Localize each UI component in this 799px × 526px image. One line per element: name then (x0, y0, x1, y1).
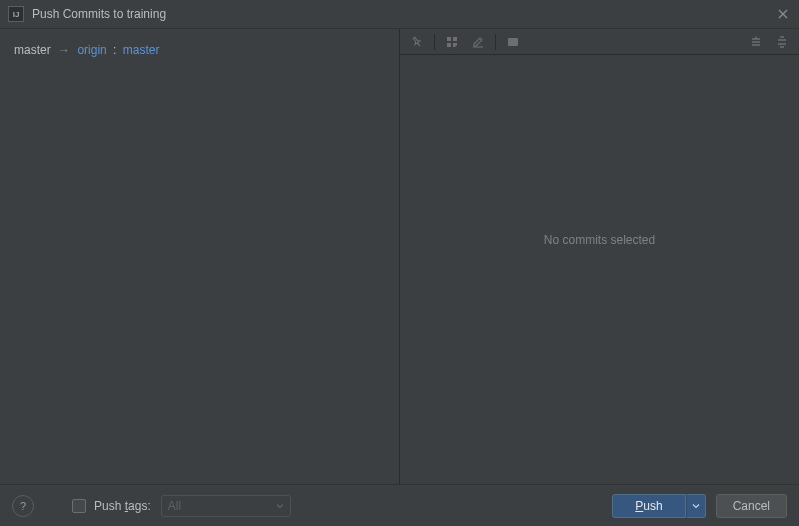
branch-mapping-row[interactable]: master → origin : master (14, 43, 385, 57)
chevron-down-icon (276, 499, 284, 513)
titlebar: IJ Push Commits to training (0, 0, 799, 29)
content-area: master → origin : master (0, 29, 799, 484)
arrow-icon: → (58, 43, 70, 57)
svg-rect-2 (447, 43, 451, 47)
push-button-group: Push (612, 494, 705, 518)
local-branch: master (14, 43, 51, 57)
remote-name[interactable]: origin (77, 43, 106, 57)
svg-rect-1 (453, 37, 457, 41)
app-icon: IJ (8, 6, 24, 22)
edit-icon[interactable] (467, 32, 489, 52)
tag-scope-combo[interactable]: All (161, 495, 291, 517)
commit-tree-panel: master → origin : master (0, 29, 399, 484)
separator (495, 34, 496, 50)
expand-all-icon[interactable] (745, 32, 767, 52)
close-icon[interactable] (775, 6, 791, 22)
separator (434, 34, 435, 50)
help-button[interactable]: ? (12, 495, 34, 517)
diff-panel: No commits selected (399, 29, 799, 484)
colon: : (113, 43, 116, 57)
push-dropdown-button[interactable] (686, 494, 706, 518)
empty-message: No commits selected (400, 55, 799, 484)
diff-toolbar (400, 29, 799, 55)
collapse-all-icon[interactable] (771, 32, 793, 52)
cancel-button[interactable]: Cancel (716, 494, 787, 518)
svg-rect-0 (447, 37, 451, 41)
footer-bar: ? Push tags: All Push Cancel (0, 484, 799, 526)
window-title: Push Commits to training (32, 7, 166, 21)
remote-branch[interactable]: master (123, 43, 160, 57)
push-button[interactable]: Push (612, 494, 685, 518)
push-tags-label: Push tags: (94, 499, 151, 513)
pin-icon[interactable] (406, 32, 428, 52)
preview-icon[interactable] (502, 32, 524, 52)
push-tags-checkbox[interactable] (72, 499, 86, 513)
push-tags-option[interactable]: Push tags: (72, 499, 151, 513)
group-by-icon[interactable] (441, 32, 463, 52)
svg-rect-4 (508, 38, 518, 46)
tag-scope-value: All (168, 499, 181, 513)
